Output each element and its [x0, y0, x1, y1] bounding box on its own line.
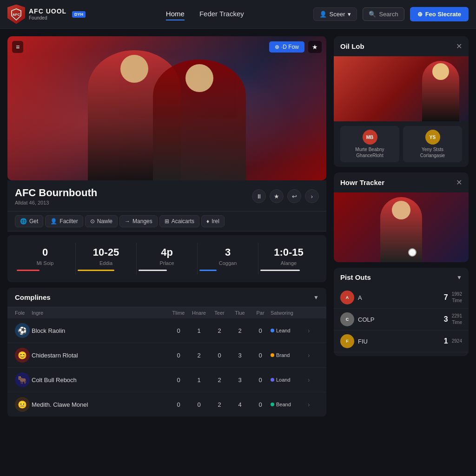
- stat-bar-4: [260, 270, 300, 271]
- right-panel: Oil Lob ✕ MB Murte BeabnyGhanceRloht YS …: [334, 36, 469, 416]
- howr-tracker-close-button[interactable]: ✕: [456, 178, 462, 187]
- num-par-1: 0: [250, 327, 271, 334]
- club-badge-1: MB: [363, 130, 377, 145]
- pist-num-3: 1: [444, 337, 448, 345]
- complines-header: Complines ▼: [7, 288, 326, 307]
- pist-name-1: A: [358, 294, 440, 301]
- tab-nawle[interactable]: ⊙ Nawle: [85, 215, 118, 227]
- oil-lob-title: Oil Lob: [340, 42, 364, 50]
- list-item: F FIU 1 2924: [334, 331, 469, 352]
- stat-label-4: Alange: [260, 260, 317, 266]
- follow-icon: ⊕: [275, 44, 279, 50]
- hero-image: [7, 36, 326, 180]
- search-box[interactable]: 🔍 Search: [363, 7, 404, 21]
- tracker-image: [334, 192, 469, 262]
- tab-nawle-label: Nawle: [97, 218, 112, 225]
- pist-outs-dropdown-icon[interactable]: ▼: [456, 274, 462, 281]
- stat-label-2: Prlace: [139, 260, 195, 266]
- complines-dropdown-icon[interactable]: ▼: [313, 294, 319, 301]
- nav-right: 👤 Sceer ▾ 🔍 Search ⊕ Feo Slecrate: [313, 7, 469, 21]
- club-card-1: MB Murte BeabnyGhanceRloht: [340, 126, 399, 162]
- num-par-3: 0: [250, 377, 271, 383]
- tab-manges-label: Manges: [132, 218, 152, 225]
- row-arrow-2[interactable]: ›: [308, 351, 319, 359]
- status-dot-1: [271, 329, 274, 332]
- main-layout: ≡ ⊕ ·D Fow ★ AFC Bournbouth Alldat: [0, 29, 476, 424]
- chevron-down-icon: ▾: [348, 11, 351, 18]
- status-badge-4: Beand: [271, 402, 308, 407]
- pist-outs-header: Pist Outs ▼: [334, 268, 469, 287]
- facilter-icon: 👤: [50, 218, 57, 225]
- status-dot-4: [271, 403, 274, 406]
- hamburger-icon: ≡: [16, 43, 20, 51]
- stats-row: 0 Mi Soip 10-25 Eddia 4p Prlace 3 Coggan: [15, 243, 319, 275]
- num-hnare-1: 1: [189, 327, 209, 334]
- tab-get-label: Get: [29, 218, 38, 225]
- svg-text:AFC: AFC: [13, 13, 20, 17]
- tab-irel[interactable]: ♦ Irel: [201, 215, 225, 227]
- hero-menu-button[interactable]: ≡: [12, 41, 23, 53]
- nawle-icon: ⊙: [90, 218, 95, 225]
- share-button[interactable]: ↩: [287, 189, 301, 203]
- pause-icon: ⏸: [256, 193, 262, 200]
- oil-club-row: MB Murte BeabnyGhanceRloht YS Yeny Ststs…: [334, 121, 469, 167]
- main-nav: Home Feder Trackey: [97, 8, 313, 20]
- oil-lob-close-button[interactable]: ✕: [456, 42, 462, 51]
- next-icon: ›: [311, 193, 313, 200]
- row-arrow-1[interactable]: ›: [308, 327, 319, 334]
- player-name-4: Medith. Clawe Monel: [32, 401, 168, 408]
- num-tlime-2: 0: [168, 352, 189, 359]
- num-hnare-4: 0: [189, 401, 209, 408]
- hero-star-button[interactable]: ★: [308, 41, 322, 53]
- tab-facilter-label: Facilter: [60, 218, 78, 225]
- stat-bar-0: [17, 270, 40, 271]
- col-hnare-header: Hnare: [189, 310, 209, 316]
- status-label-3: Loand: [276, 377, 291, 383]
- next-button[interactable]: ›: [305, 189, 319, 203]
- howr-tracker-header: Howr Tracker ✕: [334, 172, 469, 192]
- pist-num-2: 3: [444, 315, 448, 324]
- row-arrow-3[interactable]: ›: [308, 376, 319, 383]
- team-info-row: AFC Bournbouth Alldat 46, 2013 ⏸ ★ ↩ ›: [15, 187, 319, 205]
- star-ctrl-button[interactable]: ★: [270, 189, 284, 203]
- num-tlime-3: 0: [168, 377, 189, 383]
- player-avatar-4: 😐: [15, 397, 32, 412]
- stat-value-1: 10-25: [78, 246, 134, 258]
- pist-meta-2: 2291Time: [452, 313, 462, 326]
- tracker-ball: [408, 248, 416, 257]
- pause-button[interactable]: ⏸: [252, 189, 266, 203]
- pist-avatar-2: C: [340, 312, 354, 326]
- follow-label: ·D Fow: [281, 44, 299, 50]
- stat-value-2: 4p: [139, 246, 195, 258]
- tab-manges[interactable]: → Manges: [119, 215, 158, 227]
- acaicarts-icon: ⊞: [165, 218, 169, 225]
- team-info: AFC Bournbouth Alldat 46, 2013 ⏸ ★ ↩ ›: [7, 180, 326, 212]
- pist-outs-list: A A 7 1992Time C COLP 3 2291Time F FIU 1…: [334, 287, 469, 356]
- col-par-header: Par: [250, 310, 271, 316]
- stat-label-1: Eddia: [78, 260, 134, 266]
- status-dot-3: [271, 378, 274, 382]
- hero-follow-button[interactable]: ⊕ ·D Fow: [269, 41, 304, 53]
- pist-meta-1: 1992Time: [452, 291, 462, 304]
- num-par-2: 0: [250, 352, 271, 359]
- num-teer-3: 2: [209, 377, 230, 383]
- table-header: Fole Ingre Tlime Hnare Teer Tlue Par Sat…: [7, 307, 326, 318]
- score-dropdown[interactable]: 👤 Sceer ▾: [313, 7, 357, 21]
- create-button[interactable]: ⊕ Feo Slecrate: [410, 7, 469, 21]
- player-name-2: Chidestarn Rlotal: [32, 352, 168, 359]
- tab-facilter[interactable]: 👤 Facilter: [45, 215, 83, 227]
- club-badge-2: YS: [425, 130, 440, 145]
- nav-tracker[interactable]: Feder Trackey: [199, 8, 244, 20]
- nav-home[interactable]: Home: [166, 8, 185, 20]
- num-teer-4: 2: [209, 401, 230, 408]
- col-ingre-header: Ingre: [32, 310, 168, 316]
- tab-acaicarts[interactable]: ⊞ Acaicarts: [159, 215, 199, 227]
- player-avatar-3: 🐂: [15, 372, 32, 387]
- stat-alange: 1:0-15 Alange: [258, 243, 319, 275]
- stats-section: 0 Mi Soip 10-25 Eddia 4p Prlace 3 Coggan: [7, 235, 326, 282]
- tab-get[interactable]: 🌐 Get: [15, 215, 43, 227]
- irel-icon: ♦: [206, 218, 209, 225]
- row-arrow-4[interactable]: ›: [308, 401, 319, 408]
- col-tlue-header: Tlue: [230, 310, 250, 316]
- num-par-4: 0: [250, 401, 271, 408]
